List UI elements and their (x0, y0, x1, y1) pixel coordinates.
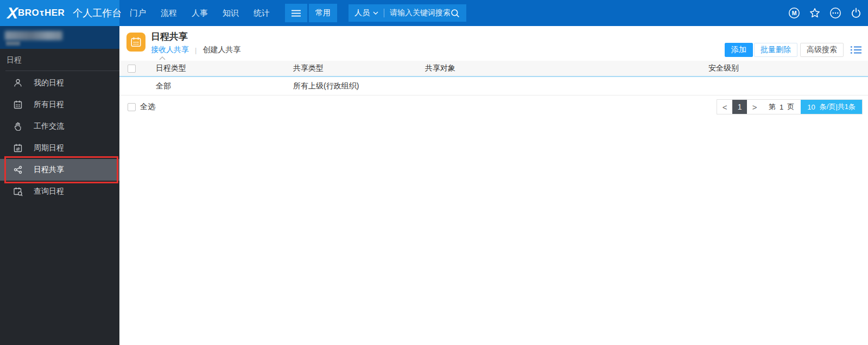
page-label-prefix: 第 (769, 102, 776, 112)
column-header-security-level: 安全级别 (708, 63, 868, 73)
hamburger-icon (292, 10, 301, 17)
brand-t: τ (40, 8, 44, 18)
redacted-username-sub (6, 41, 20, 46)
chevron-down-icon[interactable] (373, 11, 378, 15)
share-icon (13, 165, 23, 175)
calendar-icon (13, 100, 23, 110)
total-count-label: 条/页|共1条 (820, 102, 856, 112)
toolbar: 添加 批量删除 高级搜索 (725, 43, 861, 57)
pagination: < 1 > 第 1 页 10 条/页|共1条 (717, 99, 863, 114)
tab-divider: | (195, 46, 197, 54)
column-header-share-type: 共享类型 (293, 63, 425, 73)
sidebar-item-schedule-share[interactable]: 日程共享 (0, 159, 119, 181)
select-all-label: 全选 (140, 102, 155, 112)
share-table: 日程类型 共享类型 共享对象 安全级别 全部 所有上级(行政组织) (119, 61, 868, 95)
calendar-icon (126, 33, 145, 52)
nav-item-stats[interactable]: 统计 (254, 8, 270, 18)
sidebar-item-query-schedule[interactable]: 查询日程 (0, 181, 119, 202)
column-header-share-target: 共享对象 (425, 63, 708, 73)
sidebar-item-label: 查询日程 (34, 187, 64, 196)
top-nav: 门户 流程 人事 知识 统计 (130, 8, 270, 18)
power-icon[interactable] (850, 7, 862, 19)
topbar: XBROτHER 个人工作台 门户 流程 人事 知识 统计 常用 人员 请输入关… (0, 0, 868, 26)
cell-schedule-type: 全部 (156, 81, 293, 91)
current-page-button[interactable]: 1 (732, 100, 747, 114)
cell-share-type: 所有上级(行政组织) (293, 81, 425, 91)
sidebar-divider (5, 71, 119, 71)
page-size-value: 10 (807, 103, 815, 111)
hand-icon (13, 122, 23, 131)
sidebar-item-periodic-schedule[interactable]: 周期日程 (0, 137, 119, 159)
page-label-suffix: 页 (787, 102, 794, 112)
page-size-selector[interactable]: 10 条/页|共1条 (801, 100, 862, 114)
prev-page-button[interactable]: < (717, 100, 732, 114)
table-header: 日程类型 共享类型 共享对象 安全级别 (119, 61, 868, 77)
sidebar-item-my-schedule[interactable]: 我的日程 (0, 72, 119, 94)
sidebar: 日程 我的日程 所有日程 工作交流 周期日程 (0, 26, 119, 345)
tabs: 接收人共享 | 创建人共享 (151, 45, 240, 55)
sidebar-item-label: 所有日程 (34, 100, 64, 110)
select-all-control[interactable]: 全选 (119, 102, 155, 112)
sidebar-item-label: 工作交流 (34, 122, 64, 131)
user-icon (13, 78, 23, 88)
page-header: 日程共享 接收人共享 | 创建人共享 添加 批量删除 高级搜索 (119, 26, 868, 61)
sidebar-item-work-exchange[interactable]: 工作交流 (0, 116, 119, 137)
brand-text: HER (45, 8, 65, 18)
tab-receiver-share[interactable]: 接收人共享 (151, 45, 189, 55)
header-checkbox-cell (119, 65, 156, 73)
nav-item-workflow[interactable]: 流程 (161, 8, 177, 18)
brand-x: X (7, 5, 18, 21)
table-row[interactable]: 全部 所有上级(行政组织) (119, 77, 868, 95)
sidebar-menu: 我的日程 所有日程 工作交流 周期日程 日程共享 (0, 72, 119, 202)
favorite-star-icon[interactable] (809, 7, 821, 19)
m-badge-icon[interactable]: M (788, 7, 800, 19)
search-input[interactable]: 请输入关键词搜索 (390, 8, 450, 18)
brand-text: BRO (18, 8, 39, 18)
add-button[interactable]: 添加 (725, 43, 753, 57)
select-all-checkbox[interactable] (128, 103, 136, 111)
page-title: 日程共享 (151, 31, 240, 42)
tab-creator-share[interactable]: 创建人共享 (202, 45, 240, 55)
workspace-title: 个人工作台 (73, 7, 122, 20)
quick-group: 常用 (285, 4, 337, 22)
svg-text:M: M (792, 10, 797, 16)
list-view-icon[interactable] (851, 46, 861, 54)
calendar-search-icon (13, 187, 23, 196)
user-header[interactable] (0, 26, 119, 49)
main-content: 日程共享 接收人共享 | 创建人共享 添加 批量删除 高级搜索 日程类型 共享类… (119, 26, 868, 345)
search-divider (384, 9, 384, 17)
sidebar-item-label: 日程共享 (34, 165, 64, 175)
page-number[interactable]: 1 (780, 103, 783, 111)
topbar-icons: M (788, 7, 868, 19)
sidebar-item-all-schedules[interactable]: 所有日程 (0, 94, 119, 116)
title-block: 日程共享 接收人共享 | 创建人共享 (151, 31, 240, 55)
calendar-repeat-icon (13, 143, 23, 153)
select-all-header-checkbox[interactable] (128, 65, 136, 73)
redacted-username (5, 31, 62, 40)
page-indicator: 第 1 页 (762, 100, 801, 114)
sidebar-item-label: 周期日程 (34, 143, 64, 153)
sidebar-item-label: 我的日程 (34, 78, 64, 88)
brand-logo[interactable]: XBROτHER 个人工作台 (0, 0, 119, 26)
table-footer: 全选 < 1 > 第 1 页 10 条/页|共1条 (119, 99, 868, 115)
nav-item-hr[interactable]: 人事 (192, 8, 208, 18)
collapse-panel-caret-icon[interactable] (159, 56, 166, 60)
column-header-schedule-type: 日程类型 (156, 63, 293, 73)
global-search[interactable]: 人员 请输入关键词搜索 (349, 4, 466, 22)
frequent-button[interactable]: 常用 (309, 4, 337, 22)
search-category-select[interactable]: 人员 (354, 8, 370, 18)
more-circle-icon[interactable] (829, 7, 841, 19)
nav-item-portal[interactable]: 门户 (130, 8, 146, 18)
search-icon[interactable] (450, 8, 460, 18)
apps-menu-button[interactable] (285, 4, 307, 22)
nav-item-knowledge[interactable]: 知识 (223, 8, 239, 18)
batch-delete-button[interactable]: 批量删除 (754, 43, 797, 57)
advanced-search-button[interactable]: 高级搜索 (800, 43, 844, 57)
next-page-button[interactable]: > (747, 100, 762, 114)
sidebar-section-title: 日程 (7, 54, 113, 65)
